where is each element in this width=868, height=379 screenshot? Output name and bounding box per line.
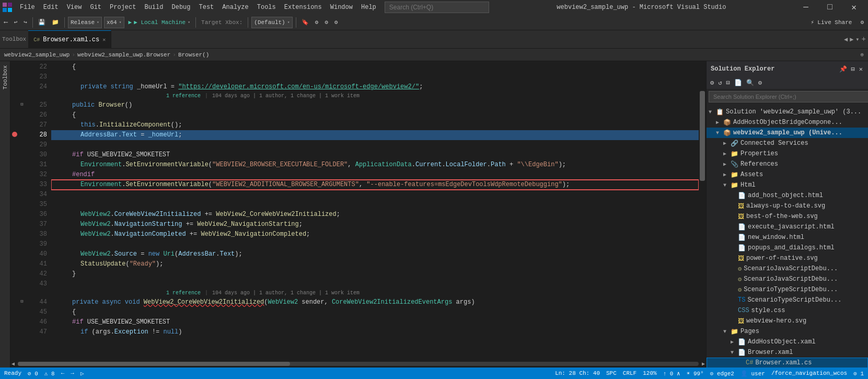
hscroll-track[interactable] bbox=[18, 362, 699, 366]
se-filter-icon[interactable]: 🔍 bbox=[745, 78, 756, 88]
status-zoom[interactable]: 120% bbox=[643, 370, 656, 376]
code-content[interactable]: { private string _homeUrl = "https://dev… bbox=[51, 61, 699, 360]
close-button[interactable]: ✕ bbox=[842, 0, 866, 15]
redo-btn[interactable]: ↪ bbox=[21, 18, 29, 27]
tree-new-window-html[interactable]: ▶ 📄 new_window.html bbox=[707, 232, 868, 243]
toolbox-tab[interactable]: Toolbox bbox=[0, 30, 28, 48]
settings-btn[interactable]: ⚙ bbox=[858, 18, 866, 27]
status-nav-prev[interactable]: ← bbox=[61, 370, 65, 376]
tools-btn1[interactable]: ⚙ bbox=[313, 18, 321, 27]
bp-27[interactable] bbox=[10, 119, 19, 129]
tree-scenario-js1[interactable]: ▶ ⚙ ScenarioJavaScriptDebu... bbox=[707, 263, 868, 274]
se-new-solution-icon[interactable]: ⚙ bbox=[709, 78, 715, 88]
fold-44[interactable]: ⊟ bbox=[19, 296, 25, 306]
bp-24[interactable] bbox=[10, 81, 19, 91]
tree-browser-xaml-cs[interactable]: ▶ C# Browser.xaml.cs bbox=[707, 358, 868, 367]
tab-list-btn[interactable]: ▾ bbox=[855, 36, 859, 43]
menu-project[interactable]: Project bbox=[106, 0, 140, 15]
tree-browser-xaml[interactable]: ▼ 📄 Browser.xaml bbox=[707, 347, 868, 358]
tree-style-css[interactable]: ▶ CSS style.css bbox=[707, 305, 868, 316]
save-all-btn[interactable]: 📁 bbox=[50, 18, 61, 27]
bookmark-btn[interactable]: 🔖 bbox=[299, 18, 311, 27]
menu-window[interactable]: Window bbox=[326, 0, 357, 15]
bp-39[interactable] bbox=[10, 238, 19, 248]
bp-37[interactable] bbox=[10, 219, 19, 228]
status-nav-indicator[interactable]: ▷ bbox=[80, 370, 84, 377]
back-btn[interactable]: ⟵ bbox=[2, 18, 10, 27]
status-crlf[interactable]: CRLF bbox=[623, 370, 636, 376]
se-collapse-icon[interactable]: ⊟ bbox=[724, 78, 731, 88]
tree-popups-html[interactable]: ▶ 📄 popups_and_dialogs.html bbox=[707, 243, 868, 253]
bp-46[interactable] bbox=[10, 316, 19, 326]
status-errors[interactable]: ⊘ 0 bbox=[28, 370, 38, 377]
config-dropdown[interactable]: Release ▾ bbox=[68, 17, 102, 28]
code-vscroll[interactable] bbox=[699, 61, 706, 360]
bp-23[interactable] bbox=[10, 71, 19, 81]
status-branch[interactable]: /force_navigation_wcos bbox=[771, 370, 847, 376]
bp-35[interactable] bbox=[10, 199, 19, 209]
undo-btn[interactable]: ↩ bbox=[12, 18, 20, 27]
se-close-icon[interactable]: ✕ bbox=[858, 64, 864, 74]
global-search-input[interactable] bbox=[385, 2, 489, 13]
bp-32[interactable] bbox=[10, 169, 19, 179]
run-button[interactable]: ▶ ▶ Local Machine ▾ bbox=[126, 18, 193, 27]
maximize-button[interactable]: □ bbox=[818, 0, 842, 15]
hscroll-right-btn[interactable]: ▶ bbox=[701, 361, 706, 367]
breadcrumb-class[interactable]: webview2_sample_uwp.Browser bbox=[77, 52, 170, 58]
tree-project-addhost[interactable]: ▶ 📦 AddHostObjectBridgeCompone... bbox=[707, 117, 868, 128]
status-nav-next[interactable]: → bbox=[71, 370, 74, 376]
tree-pages-folder[interactable]: ▼ 📁 Pages bbox=[707, 326, 868, 337]
status-user[interactable]: 👤 user bbox=[740, 370, 765, 377]
se-properties-icon[interactable]: ⚙ bbox=[757, 78, 763, 88]
tree-scenario-ts2[interactable]: ▶ TS ScenarioTypeScriptDebu... bbox=[707, 295, 868, 305]
minimize-button[interactable]: ― bbox=[794, 0, 818, 15]
bp-44[interactable] bbox=[10, 296, 19, 306]
breadcrumb-collapse[interactable]: ⊕ bbox=[860, 51, 864, 58]
tree-add-host-xaml[interactable]: ▶ 📄 AddHostObject.xaml bbox=[707, 337, 868, 347]
tree-assets[interactable]: ▶ 📁 Assets bbox=[707, 169, 868, 180]
bp-30[interactable] bbox=[10, 149, 19, 159]
live-share-btn[interactable]: ⚡ Live Share bbox=[811, 19, 852, 26]
bp-34[interactable] bbox=[10, 189, 19, 199]
menu-edit[interactable]: Edit bbox=[39, 0, 63, 15]
bp-45[interactable] bbox=[10, 306, 19, 316]
tree-webview-hero-svg[interactable]: ▶ 🖼 webview-hero.svg bbox=[707, 316, 868, 326]
tree-scenario-ts1[interactable]: ▶ ⚙ ScenarioTypeScriptDebu... bbox=[707, 284, 868, 295]
status-sync[interactable]: ⊙ 1 bbox=[853, 370, 864, 377]
menu-debug[interactable]: Debug bbox=[167, 0, 194, 15]
menu-test[interactable]: Test bbox=[195, 0, 218, 15]
platform-dropdown[interactable]: x64 ▾ bbox=[104, 17, 124, 28]
bp-38[interactable] bbox=[10, 228, 19, 238]
tab-scroll-left[interactable]: ◀ bbox=[844, 36, 848, 43]
bp-25[interactable] bbox=[10, 99, 19, 109]
tree-connected-services[interactable]: ▶ 🔗 Connected Services bbox=[707, 138, 868, 148]
fold-25[interactable]: ⊟ bbox=[19, 99, 25, 109]
se-pin-icon[interactable]: 📌 bbox=[838, 64, 848, 74]
default-dropdown[interactable]: (Default) ▾ bbox=[251, 17, 292, 28]
menu-view[interactable]: View bbox=[63, 0, 86, 15]
bp-42[interactable] bbox=[10, 268, 19, 278]
tab-close-btn[interactable]: ✕ bbox=[102, 37, 106, 43]
bp-29[interactable] bbox=[10, 139, 19, 149]
tools-btn3[interactable]: ⚙ bbox=[332, 18, 340, 27]
menu-build[interactable]: Build bbox=[140, 0, 167, 15]
bp-22[interactable] bbox=[10, 61, 19, 71]
status-edge[interactable]: ⊙ edge2 bbox=[710, 370, 734, 377]
menu-extensions[interactable]: Extensions bbox=[280, 0, 326, 15]
tree-scenario-js2[interactable]: ▶ ⚙ ScenarioJavaScriptDebu... bbox=[707, 274, 868, 284]
breadcrumb-project[interactable]: webview2_sample_uwp bbox=[4, 52, 70, 58]
toolbox-sidebar-label[interactable]: Toolbox bbox=[1, 61, 9, 94]
menu-tools[interactable]: Tools bbox=[253, 0, 280, 15]
new-tab-btn[interactable]: + bbox=[862, 35, 866, 43]
menu-git[interactable]: Git bbox=[86, 0, 106, 15]
save-btn[interactable]: 💾 bbox=[36, 18, 48, 27]
tree-add-host-html[interactable]: ▶ 📄 add_host_object.html bbox=[707, 190, 868, 201]
status-warnings[interactable]: ⚠ 8 bbox=[44, 370, 55, 377]
hscroll-left-btn[interactable]: ◀ bbox=[10, 361, 16, 367]
breadcrumb-method[interactable]: Browser() bbox=[178, 52, 209, 58]
menu-analyze[interactable]: Analyze bbox=[218, 0, 252, 15]
menu-help[interactable]: Help bbox=[357, 0, 380, 15]
menu-file[interactable]: File bbox=[16, 0, 39, 15]
status-arrows[interactable]: ↑ 0 ∧ bbox=[663, 370, 680, 377]
bp-41[interactable] bbox=[10, 258, 19, 268]
